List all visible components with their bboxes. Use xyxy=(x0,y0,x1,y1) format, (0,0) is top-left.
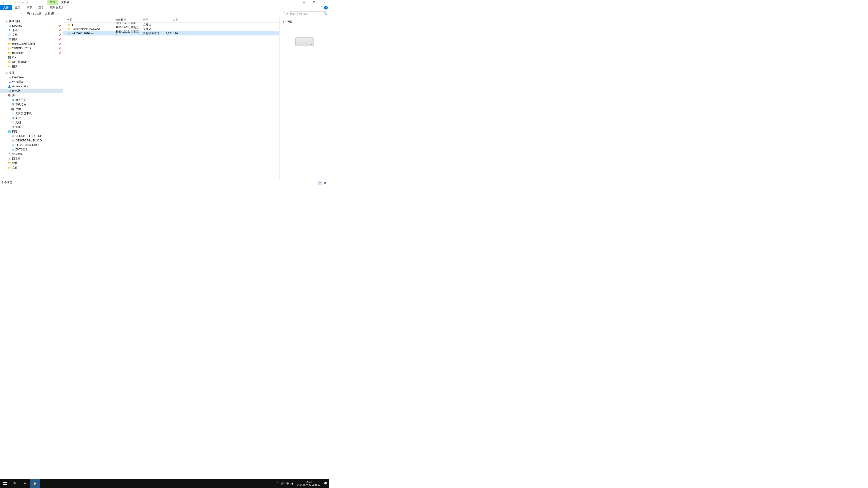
file-rows[interactable]: 📁1 2020/12/15, 星期二 1... 文件夹 📁BaiduNetdis… xyxy=(63,23,279,180)
refresh-icon[interactable]: ⟳ xyxy=(286,12,288,15)
svg-rect-1 xyxy=(5,482,7,483)
contextual-tab-manage[interactable]: 管理 xyxy=(48,0,58,5)
chevron-right-icon[interactable]: › xyxy=(42,12,44,15)
col-name[interactable]: 名称 xyxy=(63,18,114,22)
close-button[interactable]: ✕ xyxy=(319,0,329,5)
nav-item[interactable]: 🖥 ZMT2019 xyxy=(0,147,63,152)
view-details-icon[interactable]: ≡ xyxy=(318,181,322,185)
nav-item[interactable]: 📁 Bandicam📌 xyxy=(0,51,63,55)
nav-item[interactable]: 💾 G:\ xyxy=(0,55,63,60)
nav-item[interactable]: 👤 Administrator xyxy=(0,84,63,89)
navigation-pane[interactable]: ★ 快速访问 🖥 Desktop📌 ⬇ 下载📌 📄 文档📌 🖼 图片📌 📁 ex… xyxy=(0,17,63,180)
svg-rect-2 xyxy=(3,484,5,485)
nav-item[interactable]: 📄 文档 xyxy=(0,120,63,125)
address-bar: ← → ˅ ↑ 💾 › 此电脑 › 文档 (E:) › ˅ ⟳ 🔍 xyxy=(0,10,329,17)
nav-item-icon: 📄 xyxy=(8,33,11,37)
breadcrumb[interactable]: 💾 › 此电脑 › 文档 (E:) › xyxy=(25,11,282,16)
app-icon: 🗀 xyxy=(1,1,4,4)
chevron-right-icon[interactable]: › xyxy=(31,12,32,15)
title-tabs: 管理 文档 (E:) xyxy=(48,0,74,5)
nav-item-icon: ☁ xyxy=(11,111,14,115)
nav-item[interactable]: 🖼 图片 xyxy=(0,116,63,120)
history-dropdown-icon[interactable]: ˅ xyxy=(283,12,285,15)
help-icon[interactable]: ? xyxy=(324,6,328,9)
back-button[interactable]: ← xyxy=(2,11,6,16)
svg-rect-0 xyxy=(3,482,5,483)
folder-icon[interactable]: 📁 xyxy=(13,1,17,4)
nav-item[interactable]: 📄 文档📌 xyxy=(0,33,63,37)
ribbon-tab-home[interactable]: 主页 xyxy=(12,5,24,10)
nav-item[interactable]: 📁 win7重装win7 xyxy=(0,60,63,64)
nav-item[interactable]: 🖼 图片📌 xyxy=(0,37,63,41)
nav-quick-access[interactable]: ★ 快速访问 xyxy=(0,19,63,24)
close-x-icon[interactable]: ✕ xyxy=(17,1,21,4)
nav-item[interactable]: 🖼 保存的图片 xyxy=(0,98,63,102)
search-box[interactable]: 🔍 xyxy=(289,11,327,16)
breadcrumb-pc[interactable]: 此电脑 xyxy=(33,12,42,15)
nav-item[interactable]: 🖥 DESKTOP-LSSOEDP xyxy=(0,134,63,138)
nav-item[interactable]: 🎵 音乐 xyxy=(0,125,63,129)
taskbar-clock[interactable]: 16:32 2020/12/25, 星期五 xyxy=(296,480,322,487)
taskbar-explorer[interactable]: 📁 xyxy=(30,479,40,488)
file-row[interactable]: 📁1 2020/12/15, 星期二 1... 文件夹 xyxy=(63,23,279,27)
view-thumbnails-icon[interactable]: ▦ xyxy=(323,181,327,185)
tray-notifications-icon[interactable]: 💬 xyxy=(324,482,327,485)
search-input[interactable] xyxy=(290,12,324,15)
col-size[interactable]: 大小 xyxy=(164,18,180,22)
nav-item-label: YUNQISHI2019 xyxy=(12,47,31,50)
up-button[interactable]: ↑ xyxy=(20,11,24,16)
file-row[interactable]: 📁BaiduNetdiskDownload 2020/12/25, 星期五 1.… xyxy=(63,27,279,31)
ribbon-expand-icon[interactable]: ˅ xyxy=(321,6,322,9)
chevron-right-icon[interactable]: › xyxy=(57,12,58,15)
ribbon-tab-view[interactable]: 查看 xyxy=(35,5,47,10)
ribbon-tab-file[interactable]: 文件 xyxy=(0,5,12,10)
tray-volume-icon[interactable]: 🔊 xyxy=(281,482,284,485)
ribbon-tab-drive-tools[interactable]: 驱动器工具 xyxy=(47,5,67,10)
checkmark-icon[interactable]: ✓ xyxy=(9,1,13,4)
nav-item[interactable]: 📚 库 xyxy=(0,93,63,98)
nav-item[interactable]: 📁 excel表格制作求和📌 xyxy=(0,41,63,46)
nav-desktop[interactable]: 🖥 桌面 xyxy=(0,70,63,75)
nav-item[interactable]: 🗑 回收站 xyxy=(0,156,63,161)
ribbon-tab-share[interactable]: 共享 xyxy=(24,5,35,10)
nav-item[interactable]: 🖥 Desktop📌 xyxy=(0,24,63,28)
task-view-button[interactable]: ⧉ xyxy=(20,479,30,488)
breadcrumb-drive[interactable]: 文档 (E:) xyxy=(44,12,56,15)
nav-item[interactable]: ⬇ 下载📌 xyxy=(0,28,63,33)
nav-item[interactable]: 📁 文件 xyxy=(0,165,63,170)
maximize-button[interactable]: ☐ xyxy=(309,0,319,5)
nav-item[interactable]: 📁 图片 xyxy=(0,64,63,69)
nav-item[interactable]: ☁ OneDrive xyxy=(0,75,63,79)
tray-chevron-up-icon[interactable]: ˄ xyxy=(277,482,278,485)
nav-item[interactable]: 📁 软件 xyxy=(0,161,63,165)
nav-item-icon: 🖼 xyxy=(8,37,11,41)
nav-item-icon: 📁 xyxy=(8,51,11,55)
nav-item[interactable]: 🌐 网络 xyxy=(0,129,63,134)
nav-item[interactable]: 🖥 DESKTOP-NJEU3CG xyxy=(0,138,63,143)
recent-dropdown-icon[interactable]: ˅ xyxy=(13,11,18,16)
qat-dropdown-icon[interactable]: ▾ xyxy=(25,1,29,4)
tray-ime-icon[interactable]: 中 xyxy=(286,482,289,486)
gear-icon[interactable]: ⚙ xyxy=(21,1,25,4)
file-name: BaiduNetdiskDownload xyxy=(72,28,100,31)
nav-item[interactable]: 🎬 视频 xyxy=(0,107,63,111)
nav-item-label: WPS网盘 xyxy=(12,80,24,84)
nav-item[interactable]: ☁ 天翼云盘下载 xyxy=(0,111,63,116)
taskbar[interactable]: 🔍 ⧉ 📁 ˄ 🔊 中 ◈ 16:32 2020/12/25, 星期五 💬 xyxy=(0,479,329,488)
col-type[interactable]: 类型 xyxy=(141,18,164,22)
search-icon[interactable]: 🔍 xyxy=(324,12,327,15)
nav-item[interactable]: ☁ WPS网盘 xyxy=(0,79,63,84)
search-button[interactable]: 🔍 xyxy=(10,479,20,488)
minimize-button[interactable]: ─ xyxy=(299,0,309,5)
file-row[interactable]: 💿Win7x64_2020.iso 2020/12/25, 星期五 1... 光… xyxy=(63,31,279,35)
nav-item[interactable]: 📁 YUNQISHI2019📌 xyxy=(0,46,63,51)
nav-item[interactable]: ⚙ 控制面板 xyxy=(0,152,63,156)
nav-item[interactable]: 🖥 此电脑 xyxy=(0,89,63,93)
tray-network-icon[interactable]: ◈ xyxy=(291,482,293,485)
nav-item[interactable]: 🖥 PC-20190530OBLA xyxy=(0,143,63,147)
nav-item[interactable]: 🖼 本机照片 xyxy=(0,102,63,107)
nav-item-label: 文件 xyxy=(12,166,18,170)
forward-button[interactable]: → xyxy=(8,11,12,16)
file-type: 光盘映像文件 xyxy=(141,31,164,35)
start-button[interactable] xyxy=(0,479,10,488)
